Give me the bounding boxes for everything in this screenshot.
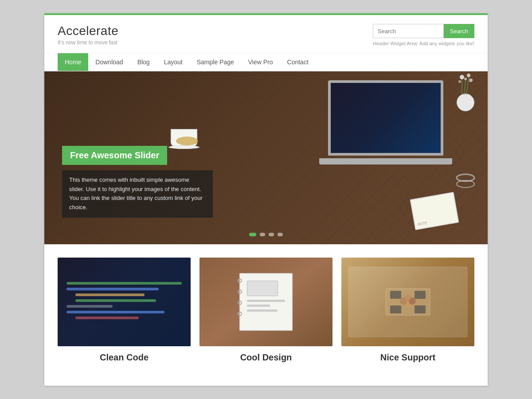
svg-point-3 xyxy=(458,80,461,83)
code-line-3 xyxy=(75,293,145,296)
hands-meeting-graphic xyxy=(348,266,468,337)
laptop-graphic xyxy=(319,80,452,178)
nav-item-viewpro[interactable]: View Pro xyxy=(241,53,280,71)
svg-point-0 xyxy=(460,75,464,79)
notebook-rings xyxy=(238,274,242,330)
wf-line-1 xyxy=(247,300,285,302)
ring-4 xyxy=(238,312,242,316)
code-line-2 xyxy=(66,288,159,290)
laptop-screen xyxy=(328,80,443,156)
feature-card-support: Nice Support xyxy=(341,258,474,365)
code-line-4 xyxy=(75,299,156,302)
search-button[interactable]: Search xyxy=(444,24,474,38)
table-view-graphic xyxy=(348,266,468,337)
nav-link-home[interactable]: Home xyxy=(58,53,88,71)
site-branding: Accelerate It's now time to move fast xyxy=(58,24,118,46)
code-line-6 xyxy=(66,311,164,313)
nav-item-home[interactable]: Home xyxy=(58,53,88,71)
wf-line-3 xyxy=(247,309,278,312)
feature-card-design: Cool Design xyxy=(200,258,332,365)
book-graphic: NOTE xyxy=(408,191,461,227)
flower-stems-icon xyxy=(458,74,475,96)
slider-dot-1[interactable] xyxy=(249,233,256,236)
nav-link-blog[interactable]: Blog xyxy=(130,53,157,71)
wf-box-1 xyxy=(247,281,278,296)
design-image xyxy=(200,258,332,346)
svg-point-18 xyxy=(405,294,411,301)
nav-link-contact[interactable]: Contact xyxy=(280,53,316,71)
site-header: Accelerate It's now time to move fast Se… xyxy=(44,15,488,53)
page-wrapper: Accelerate It's now time to move fast Se… xyxy=(44,13,488,386)
code-lines-graphic xyxy=(66,282,182,322)
search-form: Search xyxy=(373,24,474,38)
laptop-screen-inner xyxy=(331,83,441,153)
slider-dot-2[interactable] xyxy=(260,233,265,236)
feature-img-design xyxy=(200,258,332,346)
nav-item-download[interactable]: Download xyxy=(88,53,130,71)
slider-dot-4[interactable] xyxy=(278,233,283,236)
feature-img-support xyxy=(341,258,474,346)
svg-rect-11 xyxy=(390,291,401,299)
svg-line-6 xyxy=(466,77,469,95)
nav-link-download[interactable]: Download xyxy=(88,53,130,71)
ring-3 xyxy=(238,301,242,305)
cup-tea xyxy=(176,137,198,145)
nav-item-sample[interactable]: Sample Page xyxy=(190,53,241,71)
svg-rect-14 xyxy=(415,305,426,313)
main-nav: Home Download Blog Layout Sample Page Vi… xyxy=(44,53,488,71)
slider-content: Free Awesome Slider This theme comes wit… xyxy=(62,146,213,218)
svg-point-4 xyxy=(469,78,473,82)
header-right: Search Header Widget Area: Add any widge… xyxy=(373,24,474,46)
slider-dots xyxy=(249,233,283,236)
wireframe-lines xyxy=(240,274,292,321)
laptop-base xyxy=(319,158,452,164)
feature-img-code xyxy=(58,258,191,346)
header-widget-text: Header Widget Area: Add any widgets you … xyxy=(373,41,474,46)
nav-item-blog[interactable]: Blog xyxy=(130,53,157,71)
nav-link-viewpro[interactable]: View Pro xyxy=(241,53,280,71)
features-grid: Clean Code xyxy=(44,244,488,374)
hands-meeting-icon xyxy=(381,284,434,320)
book-cover: NOTE xyxy=(410,192,459,230)
ring-1 xyxy=(238,278,242,283)
search-input[interactable] xyxy=(373,24,444,38)
feature-title-design: Cool Design xyxy=(200,352,332,363)
slider-title: Free Awesome Slider xyxy=(62,146,167,165)
flower-pot xyxy=(457,94,474,111)
slider-dot-3[interactable] xyxy=(269,233,274,236)
feature-title-code: Clean Code xyxy=(58,352,191,363)
code-line-5 xyxy=(66,305,113,308)
svg-point-1 xyxy=(467,74,470,77)
notebook-graphic xyxy=(239,273,293,331)
svg-rect-12 xyxy=(415,291,426,299)
svg-point-2 xyxy=(464,78,467,80)
nav-list: Home Download Blog Layout Sample Page Vi… xyxy=(58,53,474,71)
nav-item-contact[interactable]: Contact xyxy=(280,53,316,71)
book-text: NOTE xyxy=(417,221,427,227)
bracelets-icon xyxy=(454,169,477,196)
nav-link-sample[interactable]: Sample Page xyxy=(190,53,241,71)
site-title: Accelerate xyxy=(58,24,118,38)
svg-rect-13 xyxy=(390,305,401,313)
hero-slider: NOTE Free Awesome Slider This theme come… xyxy=(44,71,488,244)
flowers-decoration xyxy=(452,76,479,111)
slider-description: This theme comes with inbuilt simple awe… xyxy=(62,170,213,218)
tea-cup xyxy=(168,125,200,149)
cup-body xyxy=(171,129,197,147)
code-image xyxy=(58,258,191,346)
ring-2 xyxy=(238,289,242,294)
wf-line-2 xyxy=(247,305,270,307)
svg-line-7 xyxy=(464,80,466,95)
support-image xyxy=(341,258,474,346)
nav-item-layout[interactable]: Layout xyxy=(157,53,190,71)
code-line-1 xyxy=(66,282,182,285)
feature-title-support: Nice Support xyxy=(341,352,474,363)
nav-link-layout[interactable]: Layout xyxy=(157,53,190,71)
feature-card-code: Clean Code xyxy=(58,258,191,365)
code-line-7 xyxy=(75,317,139,319)
site-tagline: It's now time to move fast xyxy=(58,39,118,46)
